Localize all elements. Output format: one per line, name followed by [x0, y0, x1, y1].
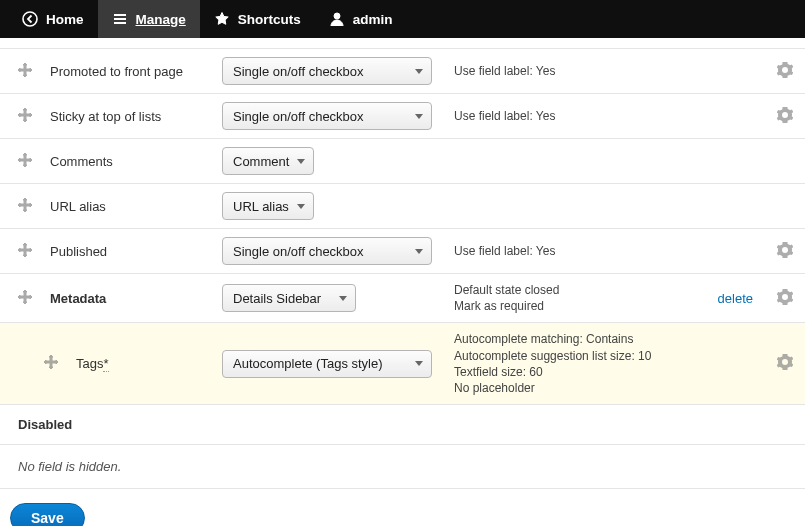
- gear-icon[interactable]: [777, 107, 793, 123]
- toolbar-home-label: Home: [46, 12, 84, 27]
- widget-select-promoted[interactable]: Single on/off checkbox: [222, 57, 432, 85]
- field-summary: Autocomplete matching: Contains Autocomp…: [454, 331, 753, 396]
- required-asterisk: *: [103, 356, 108, 372]
- gear-icon[interactable]: [777, 62, 793, 78]
- widget-select-value: Single on/off checkbox: [233, 244, 364, 259]
- chevron-down-icon: [297, 204, 305, 209]
- field-row-published: Published Single on/off checkbox Use fie…: [0, 229, 805, 274]
- chevron-down-icon: [415, 114, 423, 119]
- disabled-heading: Disabled: [0, 405, 805, 445]
- field-summary: Use field label: Yes: [454, 63, 753, 79]
- field-row-comments: Comments Comment: [0, 139, 805, 184]
- toolbar-manage[interactable]: Manage: [98, 0, 200, 38]
- svg-point-1: [334, 13, 340, 19]
- summary-line: No placeholder: [454, 380, 753, 396]
- field-list: Promoted to front page Single on/off che…: [0, 48, 805, 489]
- delete-link[interactable]: delete: [718, 291, 753, 306]
- toolbar-user[interactable]: admin: [315, 0, 407, 38]
- widget-select-value: Details Sidebar: [233, 291, 321, 306]
- widget-select-value: Single on/off checkbox: [233, 64, 364, 79]
- chevron-down-icon: [415, 361, 423, 366]
- widget-select-value: Comment: [233, 154, 289, 169]
- user-icon: [329, 11, 345, 27]
- toolbar-home[interactable]: Home: [8, 0, 98, 38]
- field-summary: Default state closed Mark as required: [454, 282, 706, 314]
- chevron-down-icon: [297, 159, 305, 164]
- field-label: URL alias: [50, 199, 210, 214]
- form-actions: Save: [0, 489, 805, 526]
- drag-handle-icon[interactable]: [18, 198, 32, 212]
- widget-select-comments[interactable]: Comment: [222, 147, 314, 175]
- widget-select-tags[interactable]: Autocomplete (Tags style): [222, 350, 432, 378]
- field-label: Published: [50, 244, 210, 259]
- drag-handle-icon[interactable]: [18, 63, 32, 77]
- drag-handle-icon[interactable]: [18, 153, 32, 167]
- gear-icon[interactable]: [777, 289, 793, 305]
- field-row-metadata: Metadata Details Sidebar Default state c…: [0, 274, 805, 323]
- field-summary: Use field label: Yes: [454, 243, 753, 259]
- drag-handle-icon[interactable]: [18, 108, 32, 122]
- field-label-text: Tags: [76, 356, 103, 371]
- chevron-down-icon: [339, 296, 347, 301]
- widget-select-sticky[interactable]: Single on/off checkbox: [222, 102, 432, 130]
- drag-handle-icon[interactable]: [18, 290, 32, 304]
- field-label: Comments: [50, 154, 210, 169]
- field-row-promoted: Promoted to front page Single on/off che…: [0, 49, 805, 94]
- save-button[interactable]: Save: [10, 503, 85, 526]
- gear-icon[interactable]: [777, 242, 793, 258]
- toolbar-shortcuts[interactable]: Shortcuts: [200, 0, 315, 38]
- field-row-url-alias: URL alias URL alias: [0, 184, 805, 229]
- toolbar-user-label: admin: [353, 12, 393, 27]
- admin-toolbar: Home Manage Shortcuts admin: [0, 0, 805, 38]
- toolbar-shortcuts-label: Shortcuts: [238, 12, 301, 27]
- widget-select-metadata[interactable]: Details Sidebar: [222, 284, 356, 312]
- widget-select-published[interactable]: Single on/off checkbox: [222, 237, 432, 265]
- field-label: Tags*: [76, 356, 210, 371]
- chevron-down-icon: [415, 249, 423, 254]
- drag-handle-icon[interactable]: [44, 355, 58, 369]
- summary-line: Mark as required: [454, 298, 706, 314]
- summary-line: Default state closed: [454, 282, 706, 298]
- field-label: Promoted to front page: [50, 64, 210, 79]
- back-circle-icon: [22, 11, 38, 27]
- field-row-tags: Tags* Autocomplete (Tags style) Autocomp…: [0, 323, 805, 405]
- summary-line: Textfield size: 60: [454, 364, 753, 380]
- widget-select-value: Single on/off checkbox: [233, 109, 364, 124]
- drag-handle-icon[interactable]: [18, 243, 32, 257]
- widget-select-value: Autocomplete (Tags style): [233, 356, 383, 371]
- widget-select-url-alias[interactable]: URL alias: [222, 192, 314, 220]
- chevron-down-icon: [415, 69, 423, 74]
- hamburger-icon: [112, 11, 128, 27]
- field-label: Metadata: [50, 291, 210, 306]
- summary-line: Autocomplete matching: Contains: [454, 331, 753, 347]
- widget-select-value: URL alias: [233, 199, 289, 214]
- svg-point-0: [23, 12, 37, 26]
- disabled-message: No field is hidden.: [0, 445, 805, 489]
- toolbar-manage-label: Manage: [136, 12, 186, 27]
- summary-line: Autocomplete suggestion list size: 10: [454, 348, 753, 364]
- field-label: Sticky at top of lists: [50, 109, 210, 124]
- gear-icon[interactable]: [777, 354, 793, 370]
- field-row-sticky: Sticky at top of lists Single on/off che…: [0, 94, 805, 139]
- field-summary: Use field label: Yes: [454, 108, 753, 124]
- star-icon: [214, 11, 230, 27]
